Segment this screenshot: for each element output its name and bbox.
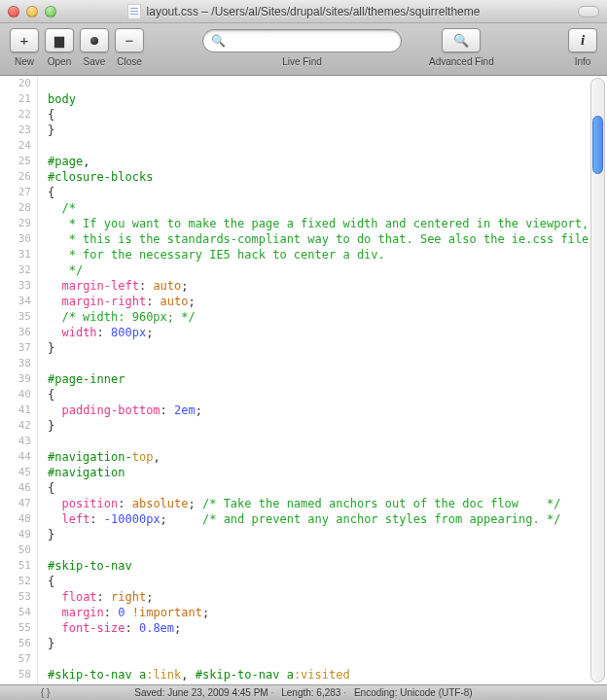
info-label: Info xyxy=(575,56,591,67)
scrollbar-thumb[interactable] xyxy=(592,116,603,174)
toolbar-toggle-pill[interactable] xyxy=(578,6,599,18)
line-number: 31 xyxy=(0,247,37,262)
line-number: 47 xyxy=(0,496,37,511)
open-button[interactable]: ▆ xyxy=(45,28,74,52)
line-number: 34 xyxy=(0,294,37,309)
code-line[interactable] xyxy=(48,138,607,154)
code-line[interactable]: } xyxy=(48,122,607,138)
line-number: 27 xyxy=(0,185,37,200)
zoom-window-button[interactable] xyxy=(45,6,56,18)
live-find-input[interactable] xyxy=(232,35,393,47)
code-line[interactable]: width: 800px; xyxy=(48,325,607,340)
line-number: 35 xyxy=(0,309,37,325)
minimize-window-button[interactable] xyxy=(26,6,38,18)
code-line[interactable]: * If you want to make the page a fixed w… xyxy=(48,216,607,231)
document-icon xyxy=(127,4,141,19)
line-number: 21 xyxy=(0,91,37,107)
traffic-lights xyxy=(8,6,56,18)
code-line[interactable]: body xyxy=(48,91,607,107)
line-number: 53 xyxy=(0,589,37,605)
line-number: 48 xyxy=(0,511,37,527)
code-line[interactable]: #skip-to-nav xyxy=(48,558,607,574)
close-window-button[interactable] xyxy=(8,6,19,18)
close-button[interactable]: − xyxy=(115,28,144,52)
line-number: 49 xyxy=(0,527,37,542)
code-line[interactable]: { xyxy=(48,574,607,589)
code-line[interactable] xyxy=(48,76,607,91)
code-line[interactable] xyxy=(48,542,607,558)
window-titlebar: layout.css – /Users/al/Sites/drupal/site… xyxy=(0,0,607,23)
toolbar: + New ▆ Open Save − Close 🔍 Live Find 🔍 … xyxy=(0,23,607,76)
line-number: 32 xyxy=(0,262,37,278)
info-button[interactable]: i xyxy=(568,28,597,52)
code-view[interactable]: body{}#page, #closure-blocks{ /* * If yo… xyxy=(38,76,607,684)
line-number: 22 xyxy=(0,107,37,122)
plus-icon: + xyxy=(20,33,29,48)
code-line[interactable]: #page-inner xyxy=(48,371,607,387)
line-number: 44 xyxy=(0,449,37,465)
code-line[interactable]: margin-right: auto; xyxy=(48,294,607,309)
code-line[interactable]: #navigation xyxy=(48,465,607,480)
advanced-find-label: Advanced Find xyxy=(429,56,494,67)
line-number: 28 xyxy=(0,200,37,216)
folder-icon: ▆ xyxy=(54,34,64,47)
code-line[interactable]: } xyxy=(48,527,607,542)
code-line[interactable]: { xyxy=(48,185,607,200)
code-line[interactable]: font-size: 0.8em; xyxy=(48,620,607,636)
line-number: 50 xyxy=(0,542,37,558)
code-line[interactable] xyxy=(48,651,607,667)
code-line[interactable]: } xyxy=(48,340,607,356)
line-number: 25 xyxy=(0,154,37,169)
line-number: 43 xyxy=(0,434,37,449)
code-line[interactable]: #skip-to-nav a:link, #skip-to-nav a:visi… xyxy=(48,667,607,682)
new-button[interactable]: + xyxy=(10,28,39,52)
code-line[interactable]: * for the necessary IE5 hack to center a… xyxy=(48,247,607,262)
code-line[interactable]: { xyxy=(48,480,607,496)
code-line[interactable]: */ xyxy=(48,262,607,278)
code-line[interactable]: margin-left: auto; xyxy=(48,278,607,294)
line-number: 38 xyxy=(0,356,37,371)
live-find-label: Live Find xyxy=(282,56,322,67)
code-line[interactable] xyxy=(48,356,607,371)
code-line[interactable]: padding-bottom: 2em; xyxy=(48,402,607,418)
line-number: 46 xyxy=(0,480,37,496)
line-number: 36 xyxy=(0,325,37,340)
line-number: 54 xyxy=(0,605,37,620)
line-number: 24 xyxy=(0,138,37,154)
line-number: 40 xyxy=(0,387,37,402)
line-number: 29 xyxy=(0,216,37,231)
code-line[interactable]: { xyxy=(48,387,607,402)
code-line[interactable]: #navigation-top, xyxy=(48,449,607,465)
line-number: 55 xyxy=(0,620,37,636)
new-label: New xyxy=(15,56,34,67)
line-number: 41 xyxy=(0,402,37,418)
code-line[interactable]: } xyxy=(48,636,607,651)
line-number: 56 xyxy=(0,636,37,651)
code-line[interactable]: * this is the standards-compliant way to… xyxy=(48,231,607,247)
status-bar: { } Saved: June 23, 2009 4:45 PM Length:… xyxy=(0,684,607,700)
line-number: 30 xyxy=(0,231,37,247)
info-icon: i xyxy=(581,33,585,48)
code-line[interactable]: } xyxy=(48,418,607,434)
code-line[interactable]: left: -10000px; /* and prevent any ancho… xyxy=(48,511,607,527)
editor-area: 2021222324252627282930313233343536373839… xyxy=(0,76,607,684)
search-icon: 🔍 xyxy=(211,34,226,48)
code-line[interactable] xyxy=(48,434,607,449)
code-line[interactable]: float: right; xyxy=(48,589,607,605)
code-line[interactable]: position: absolute; /* Take the named an… xyxy=(48,496,607,511)
line-number: 23 xyxy=(0,122,37,138)
function-popup-icon[interactable]: { } xyxy=(41,687,50,698)
code-line[interactable]: /* width: 960px; */ xyxy=(48,309,607,325)
line-number: 42 xyxy=(0,418,37,434)
code-line[interactable]: #closure-blocks xyxy=(48,169,607,185)
advanced-find-button[interactable]: 🔍 xyxy=(442,28,481,52)
vertical-scrollbar[interactable] xyxy=(590,78,605,682)
line-number: 51 xyxy=(0,558,37,574)
window-title: layout.css – /Users/al/Sites/drupal/site… xyxy=(147,5,481,18)
code-line[interactable]: { xyxy=(48,107,607,122)
save-button[interactable] xyxy=(80,28,109,52)
code-line[interactable]: #page, xyxy=(48,154,607,169)
code-line[interactable]: /* xyxy=(48,200,607,216)
live-find-field[interactable]: 🔍 xyxy=(202,29,402,52)
code-line[interactable]: margin: 0 !important; xyxy=(48,605,607,620)
